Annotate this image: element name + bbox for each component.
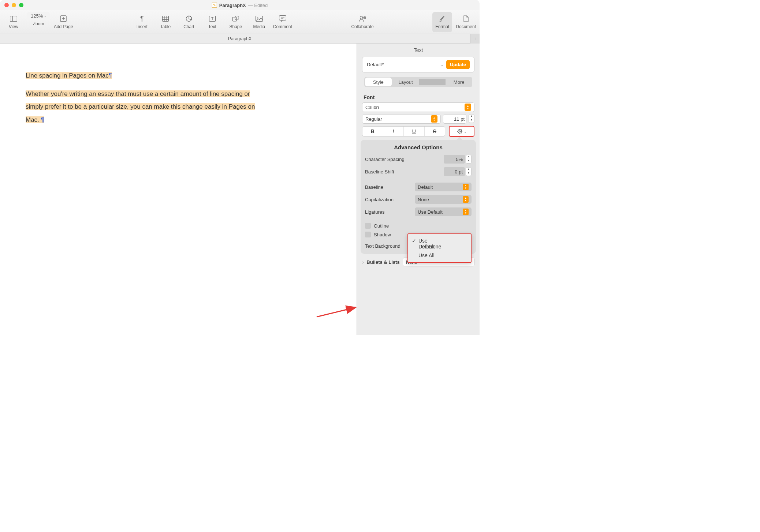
sidebar-icon [10, 15, 17, 23]
shadow-checkbox[interactable] [365, 232, 371, 237]
font-size-input[interactable]: 11 pt [443, 114, 466, 124]
svg-line-31 [458, 130, 458, 130]
select-arrows-icon: ▲▼ [431, 115, 437, 123]
svg-point-16 [257, 18, 258, 19]
chart-label: Chart [183, 24, 194, 29]
annotation-arrow [315, 305, 357, 320]
format-button[interactable]: Format [432, 12, 452, 32]
text-style-group: B I U S [362, 126, 445, 136]
bullets-lists-label: Bullets & Lists [366, 259, 399, 265]
zoom-control[interactable]: 125%⌵ Zoom [27, 12, 50, 32]
char-spacing-input[interactable]: 5% [444, 155, 465, 164]
outline-checkbox[interactable] [365, 223, 371, 229]
select-arrows-icon: ▲▼ [463, 209, 469, 215]
minimize-window-button[interactable] [12, 3, 16, 7]
document-label: Document [456, 24, 476, 29]
page-content: Line spacing in Pages on Mac¶ Whether yo… [0, 44, 286, 152]
italic-button[interactable]: I [383, 127, 404, 136]
tab-layout[interactable]: Layout [392, 77, 419, 87]
media-label: Media [253, 24, 265, 29]
tab-name[interactable]: ParagraphX [228, 36, 252, 41]
view-button[interactable]: View [4, 12, 23, 32]
tab-style[interactable]: Style [365, 78, 392, 86]
font-size-stepper[interactable]: ▲▼ [469, 114, 474, 123]
media-button[interactable]: Media [249, 12, 269, 32]
baseline-shift-label: Baseline Shift [365, 169, 394, 175]
close-window-button[interactable] [4, 3, 9, 7]
shape-label: Shape [229, 24, 242, 29]
baseline-select[interactable]: Default ▲▼ [415, 183, 472, 191]
svg-rect-0 [10, 16, 17, 22]
outline-label: Outline [374, 223, 389, 229]
underline-button[interactable]: U [404, 127, 425, 136]
font-size-value: 11 pt [454, 116, 465, 122]
chart-button[interactable]: Chart [179, 12, 199, 32]
title-bar: ✎ ParagraphX — Edited [0, 0, 480, 10]
font-section-label: Font [357, 93, 480, 102]
svg-line-33 [458, 133, 458, 133]
document-canvas[interactable]: Line spacing in Pages on Mac¶ Whether yo… [0, 44, 357, 335]
font-family-select[interactable]: Calibri ▲▼ [362, 102, 474, 112]
table-icon [162, 15, 169, 23]
font-style-value: Regular [365, 116, 382, 122]
media-icon [256, 15, 263, 23]
svg-rect-13 [232, 17, 236, 21]
char-spacing-stepper[interactable]: ▲▼ [466, 155, 472, 164]
tab-strip: ParagraphX + [0, 34, 480, 44]
shadow-label: Shadow [374, 232, 391, 237]
collaborate-icon [358, 15, 366, 23]
insert-button[interactable]: ¶ Insert [132, 12, 152, 32]
zoom-label: Zoom [33, 21, 44, 26]
bold-button[interactable]: B [362, 127, 383, 136]
svg-rect-5 [162, 16, 168, 22]
gear-icon [457, 128, 463, 134]
add-page-icon [60, 15, 67, 23]
disclosure-triangle-icon[interactable]: › [362, 259, 364, 265]
insert-label: Insert [137, 24, 148, 29]
comment-button[interactable]: Comment [273, 12, 293, 32]
ligatures-option-none[interactable]: Use None [408, 242, 471, 251]
ligatures-dropdown-menu: Use Default Use None Use All [407, 233, 472, 263]
strikethrough-button[interactable]: S [425, 127, 445, 136]
main-toolbar: View 125%⌵ Zoom Add Page ¶ Insert Table [0, 10, 480, 34]
brush-icon [439, 15, 446, 23]
table-label: Table [160, 24, 171, 29]
collaborate-button[interactable]: Collaborate [351, 12, 373, 32]
baseline-shift-input[interactable]: 0 pt [444, 167, 465, 176]
tab-more[interactable]: More [446, 77, 472, 87]
chevron-down-icon: ⌵ [464, 130, 466, 134]
document-line-2[interactable]: Whether you're writing an essay that mus… [26, 90, 255, 123]
paragraph-style-selector[interactable]: Default* ⌵ Update [362, 57, 474, 72]
ligatures-option-default[interactable]: Use Default [408, 236, 424, 242]
chart-icon [186, 15, 192, 23]
svg-point-25 [458, 130, 462, 133]
shape-button[interactable]: Shape [226, 12, 246, 32]
select-arrows-icon: ▲▼ [463, 184, 469, 190]
font-family-value: Calibri [365, 105, 379, 110]
svg-point-14 [235, 16, 239, 20]
inspector-tabs[interactable]: Style Layout More [364, 77, 472, 87]
paragraph-mark-icon: ¶ [41, 116, 44, 123]
update-style-button[interactable]: Update [446, 60, 470, 69]
ligatures-option-all[interactable]: Use All [408, 251, 471, 260]
text-button[interactable]: T Text [202, 12, 222, 32]
document-line-1[interactable]: Line spacing in Pages on Mac [26, 72, 109, 79]
add-page-button[interactable]: Add Page [53, 12, 73, 32]
zoom-window-button[interactable] [19, 3, 23, 7]
baseline-shift-stepper[interactable]: ▲▼ [466, 167, 472, 176]
add-tab-button[interactable]: + [470, 34, 480, 44]
capitalization-select[interactable]: None ▲▼ [415, 195, 472, 204]
document-button[interactable]: Document [456, 12, 476, 32]
ligatures-select[interactable]: Use Default ▲▼ [415, 207, 472, 216]
advanced-options-popover: Advanced Options Character Spacing 5% ▲▼… [361, 140, 476, 254]
font-style-select[interactable]: Regular ▲▼ [362, 114, 441, 124]
svg-point-26 [459, 131, 461, 132]
svg-point-20 [360, 16, 363, 19]
table-button[interactable]: Table [156, 12, 175, 32]
advanced-options-button[interactable]: ⌵ [449, 126, 474, 137]
shape-icon [232, 15, 239, 23]
svg-rect-17 [279, 16, 286, 20]
document-icon: ✎ [212, 3, 217, 8]
advanced-options-title: Advanced Options [365, 144, 472, 150]
chevron-down-icon: ⌵ [440, 62, 443, 67]
